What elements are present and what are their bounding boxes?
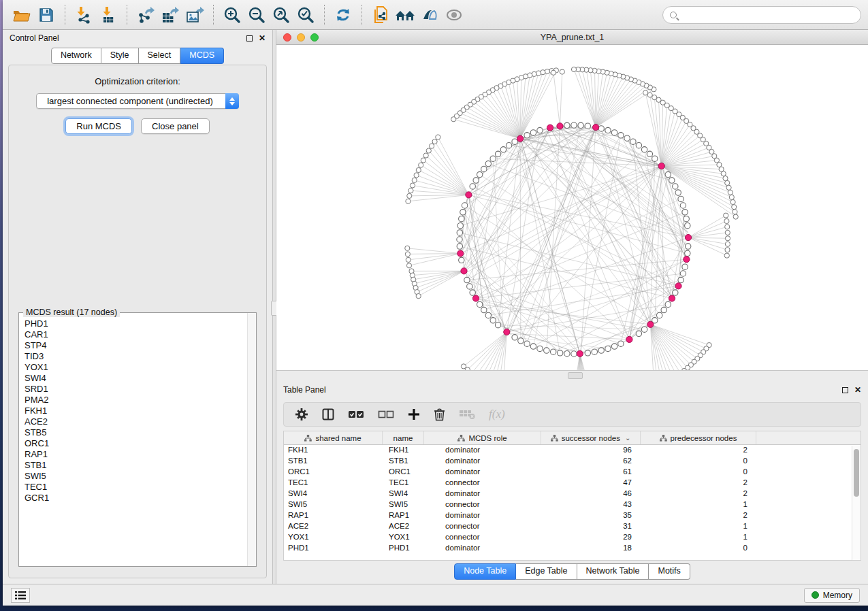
- refresh-layout-button[interactable]: [331, 3, 355, 27]
- tab-mcds[interactable]: MCDS: [180, 48, 224, 64]
- deselect-all-button[interactable]: [378, 410, 394, 419]
- edge[interactable]: [468, 332, 507, 370]
- float-panel-icon[interactable]: [842, 387, 848, 393]
- table-cell[interactable]: ACE2: [383, 521, 424, 532]
- edge[interactable]: [662, 125, 690, 166]
- dominator-node[interactable]: [675, 283, 681, 289]
- edge[interactable]: [407, 248, 460, 254]
- table-cell[interactable]: 2: [641, 445, 756, 456]
- leaf-node[interactable]: [729, 195, 734, 199]
- edge[interactable]: [457, 116, 520, 139]
- search-input[interactable]: [681, 10, 854, 20]
- leaf-node[interactable]: [725, 248, 730, 252]
- edge[interactable]: [419, 170, 469, 195]
- leaf-node[interactable]: [730, 199, 735, 204]
- add-column-button[interactable]: [408, 408, 420, 420]
- ring-node[interactable]: [551, 349, 556, 354]
- ring-node[interactable]: [605, 127, 611, 133]
- mcds-result-scrollbar[interactable]: [247, 313, 256, 566]
- memory-button[interactable]: Memory: [804, 588, 860, 603]
- leaf-node[interactable]: [412, 178, 417, 182]
- ring-node[interactable]: [624, 135, 630, 141]
- leaf-node[interactable]: [721, 171, 726, 176]
- table-cell[interactable]: 61: [541, 467, 641, 478]
- edge[interactable]: [596, 81, 635, 128]
- ring-node[interactable]: [686, 244, 691, 249]
- close-panel-button[interactable]: Close panel: [141, 118, 210, 134]
- edge[interactable]: [493, 166, 662, 320]
- import-network-button[interactable]: [71, 3, 96, 27]
- ring-node[interactable]: [647, 151, 652, 156]
- column-header-shared-name[interactable]: shared name: [284, 431, 383, 444]
- edge[interactable]: [520, 74, 534, 139]
- ring-node[interactable]: [673, 290, 678, 295]
- edge[interactable]: [472, 332, 507, 370]
- leaf-node[interactable]: [726, 185, 731, 190]
- ring-node[interactable]: [477, 171, 483, 177]
- table-cell[interactable]: 1: [641, 521, 756, 532]
- ring-node[interactable]: [485, 161, 491, 166]
- leaf-node[interactable]: [725, 236, 730, 241]
- leaf-node[interactable]: [551, 70, 556, 75]
- leaf-node[interactable]: [732, 205, 737, 210]
- table-cell[interactable]: dominator: [424, 445, 541, 456]
- leaf-node[interactable]: [545, 69, 549, 74]
- table-cell[interactable]: dominator: [424, 489, 541, 499]
- ring-node[interactable]: [641, 147, 647, 152]
- network-window-titlebar[interactable]: YPA_prune.txt_1: [276, 30, 868, 45]
- ring-node[interactable]: [578, 122, 583, 128]
- dominator-node[interactable]: [466, 192, 472, 198]
- dominator-node[interactable]: [626, 336, 632, 342]
- ring-node[interactable]: [473, 178, 479, 183]
- ring-node[interactable]: [682, 210, 688, 215]
- ring-node[interactable]: [481, 166, 487, 171]
- leaf-node[interactable]: [406, 263, 411, 268]
- ring-node[interactable]: [678, 277, 684, 282]
- export-image-button[interactable]: [182, 3, 207, 27]
- leaf-node[interactable]: [643, 90, 648, 95]
- mcds-result-item[interactable]: STB5: [25, 427, 247, 438]
- table-cell[interactable]: 31: [541, 521, 641, 532]
- ring-node[interactable]: [537, 127, 543, 133]
- ring-node[interactable]: [564, 351, 570, 357]
- criterion-dropdown[interactable]: largest connected component (undirected): [36, 93, 239, 109]
- dominator-node[interactable]: [593, 125, 599, 131]
- ring-node[interactable]: [661, 307, 666, 312]
- dominator-node[interactable]: [685, 235, 691, 241]
- table-row[interactable]: ORC1ORC1dominator610: [284, 467, 861, 478]
- mcds-result-item[interactable]: RAP1: [25, 449, 247, 460]
- edge[interactable]: [655, 166, 662, 320]
- table-cell[interactable]: connector: [424, 478, 541, 489]
- ring-node[interactable]: [585, 123, 590, 129]
- table-cell[interactable]: 0: [641, 543, 756, 554]
- tab-style[interactable]: Style: [101, 48, 139, 64]
- table-cell[interactable]: 0: [641, 467, 756, 478]
- dominator-node[interactable]: [517, 135, 524, 142]
- ring-node[interactable]: [598, 348, 604, 353]
- ring-node[interactable]: [530, 344, 536, 349]
- table-cell[interactable]: PHD1: [383, 543, 424, 554]
- leaf-node[interactable]: [410, 183, 415, 188]
- table-scrollbar[interactable]: [852, 446, 861, 560]
- edge[interactable]: [423, 161, 469, 195]
- ring-node[interactable]: [524, 341, 530, 346]
- edge[interactable]: [688, 227, 727, 237]
- leaf-node[interactable]: [408, 188, 413, 193]
- edge[interactable]: [470, 105, 520, 139]
- table-row[interactable]: ACE2ACE2connector311: [284, 521, 861, 532]
- table-cell[interactable]: YOX1: [284, 532, 383, 543]
- dominator-node[interactable]: [684, 257, 690, 263]
- edge[interactable]: [409, 254, 460, 266]
- table-settings-button[interactable]: [295, 408, 308, 421]
- leaf-node[interactable]: [724, 218, 729, 223]
- table-cell[interactable]: 2: [641, 489, 756, 499]
- edge[interactable]: [416, 271, 464, 288]
- table-row[interactable]: TEC1TEC1connector472: [284, 478, 861, 489]
- column-header-MCDS-role[interactable]: MCDS role: [424, 431, 541, 444]
- ring-node[interactable]: [512, 139, 517, 144]
- table-cell[interactable]: ACE2: [284, 521, 383, 532]
- mcds-result-list[interactable]: PHD1CAR1STP4TID3YOX1SWI4SRD1PMA2FKH1ACE2…: [19, 313, 247, 566]
- ring-node[interactable]: [657, 312, 662, 318]
- ring-node[interactable]: [490, 318, 496, 323]
- mcds-result-item[interactable]: ACE2: [25, 416, 247, 427]
